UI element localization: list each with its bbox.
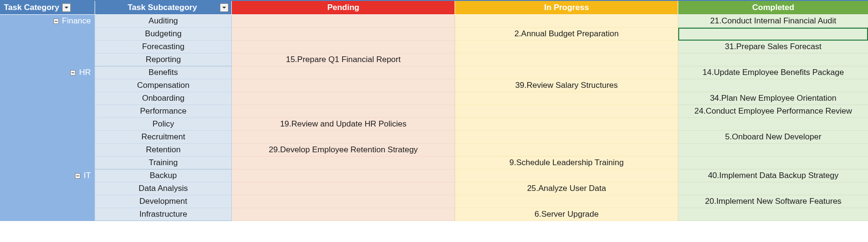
- completed-cell[interactable]: [678, 182, 868, 195]
- in-progress-cell[interactable]: 39.Review Salary Structures: [455, 79, 678, 92]
- pending-cell[interactable]: [232, 105, 455, 118]
- pending-cell[interactable]: [232, 41, 455, 53]
- completed-cell[interactable]: [678, 144, 868, 157]
- in-progress-cell[interactable]: [455, 118, 678, 131]
- subcategory-cell[interactable]: Backup: [95, 169, 232, 182]
- completed-cell[interactable]: [678, 157, 868, 169]
- header-pending[interactable]: Pending: [232, 1, 455, 15]
- table-row: Reporting15.Prepare Q1 Financial Report: [0, 53, 868, 66]
- header-task-category[interactable]: Task Category: [0, 1, 95, 15]
- in-progress-cell[interactable]: [455, 131, 678, 144]
- completed-cell[interactable]: 24.Conduct Employee Performance Review: [678, 105, 868, 118]
- in-progress-cell[interactable]: [455, 195, 678, 208]
- pending-cell[interactable]: [232, 182, 455, 195]
- pending-cell[interactable]: [232, 92, 455, 105]
- completed-cell[interactable]: [678, 118, 868, 131]
- table-row: Performance24.Conduct Employee Performan…: [0, 105, 868, 118]
- pending-cell[interactable]: [232, 208, 455, 221]
- subcategory-cell[interactable]: Compensation: [95, 79, 232, 92]
- in-progress-cell[interactable]: 2.Annual Budget Preparation: [455, 28, 678, 41]
- table-row: Development20.Implement New Software Fea…: [0, 195, 868, 208]
- subcategory-cell[interactable]: Retention: [95, 144, 232, 157]
- pending-cell[interactable]: [232, 66, 455, 79]
- pending-cell[interactable]: [232, 28, 455, 41]
- table-row: Compensation39.Review Salary Structures: [0, 79, 868, 92]
- in-progress-cell[interactable]: [455, 41, 678, 53]
- filter-dropdown-subcategory[interactable]: [220, 3, 228, 12]
- in-progress-cell[interactable]: [455, 105, 678, 118]
- pending-cell[interactable]: [232, 131, 455, 144]
- subcategory-cell[interactable]: Onboarding: [95, 92, 232, 105]
- subcategory-cell[interactable]: Training: [95, 157, 232, 169]
- pending-cell[interactable]: 29.Develop Employee Retention Strategy: [232, 144, 455, 157]
- completed-cell[interactable]: 40.Implement Data Backup Strategy: [678, 169, 868, 182]
- in-progress-cell[interactable]: 25.Analyze User Data: [455, 182, 678, 195]
- header-task-subcategory[interactable]: Task Subcategory: [95, 1, 232, 15]
- subcategory-cell[interactable]: Auditing: [95, 15, 232, 28]
- completed-cell[interactable]: [678, 79, 868, 92]
- subcategory-cell[interactable]: Data Analysis: [95, 182, 232, 195]
- chevron-down-icon: [222, 5, 227, 10]
- completed-cell[interactable]: [678, 53, 868, 66]
- in-progress-cell[interactable]: [455, 144, 678, 157]
- pending-cell[interactable]: [232, 15, 455, 28]
- category-label: Finance: [62, 16, 91, 26]
- pending-cell[interactable]: [232, 169, 455, 182]
- table-row: ITBackup40.Implement Data Backup Strateg…: [0, 169, 868, 182]
- table-row: Recruitment5.Onboard New Developer: [0, 131, 868, 144]
- in-progress-cell[interactable]: [455, 92, 678, 105]
- header-in-progress[interactable]: In Progress: [455, 1, 678, 15]
- subcategory-cell[interactable]: Infrastructure: [95, 208, 232, 221]
- pending-cell[interactable]: 15.Prepare Q1 Financial Report: [232, 53, 455, 66]
- pending-cell[interactable]: [232, 195, 455, 208]
- pivot-table-container: Task Category Task Subcategory Pending I…: [0, 0, 868, 221]
- collapse-icon[interactable]: [75, 173, 81, 179]
- table-row: HRBenefits14.Update Employee Benefits Pa…: [0, 66, 868, 79]
- table-row: Policy19.Review and Update HR Policies: [0, 118, 868, 131]
- completed-cell[interactable]: 5.Onboard New Developer: [678, 131, 868, 144]
- pending-cell[interactable]: [232, 79, 455, 92]
- subcategory-cell[interactable]: Recruitment: [95, 131, 232, 144]
- subcategory-cell[interactable]: Benefits: [95, 66, 232, 79]
- table-row: FinanceAuditing21.Conduct Internal Finan…: [0, 15, 868, 28]
- completed-cell[interactable]: 34.Plan New Employee Orientation: [678, 92, 868, 105]
- completed-cell[interactable]: 21.Conduct Internal Financial Audit: [678, 15, 868, 28]
- completed-cell[interactable]: [678, 28, 868, 41]
- table-row: Data Analysis25.Analyze User Data: [0, 182, 868, 195]
- completed-cell[interactable]: 14.Update Employee Benefits Package: [678, 66, 868, 79]
- collapse-icon[interactable]: [53, 18, 59, 24]
- category-cell[interactable]: HR: [0, 66, 95, 169]
- chevron-down-icon: [64, 5, 69, 10]
- subcategory-cell[interactable]: Policy: [95, 118, 232, 131]
- in-progress-cell[interactable]: 9.Schedule Leadership Training: [455, 157, 678, 169]
- in-progress-cell[interactable]: 6.Server Upgrade: [455, 208, 678, 221]
- in-progress-cell[interactable]: [455, 15, 678, 28]
- pending-cell[interactable]: 19.Review and Update HR Policies: [232, 118, 455, 131]
- category-label: IT: [84, 171, 91, 180]
- category-cell[interactable]: Finance: [0, 15, 95, 66]
- subcategory-cell[interactable]: Budgeting: [95, 28, 232, 41]
- header-task-category-label: Task Category: [4, 3, 59, 12]
- category-cell[interactable]: IT: [0, 169, 95, 221]
- subcategory-cell[interactable]: Performance: [95, 105, 232, 118]
- subcategory-cell[interactable]: Development: [95, 195, 232, 208]
- pivot-table: Task Category Task Subcategory Pending I…: [0, 1, 868, 221]
- completed-cell[interactable]: [678, 208, 868, 221]
- completed-cell[interactable]: 20.Implement New Software Features: [678, 195, 868, 208]
- filter-dropdown-category[interactable]: [62, 3, 71, 12]
- completed-cell[interactable]: 31.Prepare Sales Forecast: [678, 41, 868, 53]
- collapse-icon[interactable]: [70, 70, 76, 76]
- table-row: Retention29.Develop Employee Retention S…: [0, 144, 868, 157]
- subcategory-cell[interactable]: Reporting: [95, 53, 232, 66]
- category-label: HR: [79, 68, 91, 77]
- subcategory-cell[interactable]: Forecasting: [95, 41, 232, 53]
- table-row: Budgeting2.Annual Budget Preparation: [0, 28, 868, 41]
- in-progress-cell[interactable]: [455, 169, 678, 182]
- header-completed[interactable]: Completed: [678, 1, 868, 15]
- table-row: Forecasting31.Prepare Sales Forecast: [0, 41, 868, 53]
- table-row: Onboarding34.Plan New Employee Orientati…: [0, 92, 868, 105]
- in-progress-cell[interactable]: [455, 53, 678, 66]
- table-row: Infrastructure6.Server Upgrade: [0, 208, 868, 221]
- pending-cell[interactable]: [232, 157, 455, 169]
- in-progress-cell[interactable]: [455, 66, 678, 79]
